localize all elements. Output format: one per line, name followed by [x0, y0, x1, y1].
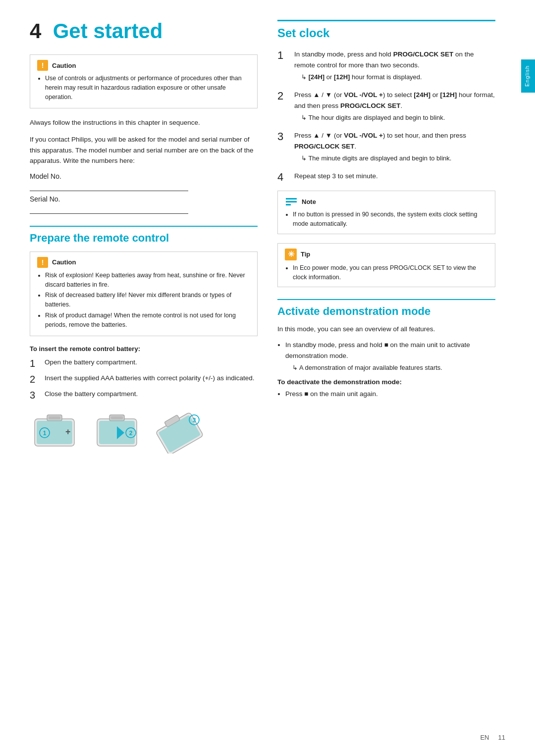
chapter-name: Get started — [53, 19, 163, 43]
demo-list: In standby mode, press and hold ■ on the… — [277, 340, 495, 373]
caution-icon-2: ! — [37, 257, 48, 268]
chapter-title: 4 Get started — [30, 20, 258, 43]
battery-svg-2: 2 — [92, 409, 147, 454]
step-text-2: Insert the supplied AAA batteries with c… — [45, 373, 255, 385]
tip-box: ✳ Tip In Eco power mode, you can press P… — [277, 243, 495, 288]
deactivate-item-1: Press ■ on the main unit again. — [285, 389, 495, 400]
note-line-3 — [286, 204, 291, 205]
caution-item-2-2: Risk of decreased battery life! Never mi… — [45, 291, 250, 309]
page: English 4 Get started ! Caution Use of c… — [0, 0, 535, 756]
clock-step-num-3: 3 — [277, 130, 288, 164]
chapter-number: 4 — [30, 19, 41, 43]
caution-title-1: Caution — [52, 62, 76, 69]
body-text-2: If you contact Philips, you will be aske… — [30, 134, 258, 166]
step-text-1: Open the battery compartment. — [45, 357, 137, 369]
main-content: 4 Get started ! Caution Use of controls … — [0, 0, 535, 756]
deactivate-list: Press ■ on the main unit again. — [277, 389, 495, 400]
tip-list: In Eco power mode, you can press PROG/CL… — [285, 263, 488, 282]
right-column: Set clock 1 In standby mode, press and h… — [277, 20, 510, 736]
demo-list-sub-1: A demonstration of major available featu… — [285, 363, 495, 373]
svg-rect-3 — [49, 416, 60, 419]
serial-field-line — [30, 205, 188, 214]
battery-steps-list: 1 Open the battery compartment. 2 Insert… — [30, 357, 258, 401]
clock-step-num-4: 4 — [277, 171, 288, 184]
note-list: If no button is pressed in 90 seconds, t… — [285, 210, 488, 229]
clock-step-content-4: Repeat step 3 to set minute. — [294, 171, 378, 184]
tip-title: Tip — [301, 251, 310, 258]
clock-step-2: 2 Press ▲ / ▼ (or VOL -/VOL +) to select… — [277, 90, 495, 123]
battery-subsection-label: To insert the remote control battery: — [30, 345, 258, 353]
battery-svg-3: 3 — [155, 409, 209, 454]
language-tab: English — [521, 59, 535, 93]
language-label: English — [524, 65, 530, 87]
clock-step-1: 1 In standby mode, press and hold PROG/C… — [277, 49, 495, 83]
clock-step-3: 3 Press ▲ / ▼ (or VOL -/VOL +) to set ho… — [277, 130, 495, 164]
battery-step-1: 1 Open the battery compartment. — [30, 357, 258, 369]
tip-icon: ✳ — [285, 249, 297, 260]
svg-text:+: + — [65, 427, 71, 437]
left-column: 4 Get started ! Caution Use of controls … — [30, 20, 258, 736]
deactivate-label: To deactivate the demonstration mode: — [277, 378, 495, 386]
serial-field-wrap: Serial No. — [30, 195, 258, 214]
note-line-2 — [286, 201, 297, 202]
clock-step-num-2: 2 — [277, 90, 288, 123]
step-num-2: 2 — [30, 373, 40, 385]
note-box: Note If no button is pressed in 90 secon… — [277, 191, 495, 234]
clock-step-content-3: Press ▲ / ▼ (or VOL -/VOL +) to set hour… — [294, 130, 495, 164]
svg-rect-10 — [111, 416, 123, 419]
caution-item-2-3: Risk of product damage! When the remote … — [45, 311, 250, 330]
body-text-1: Always follow the instructions in this c… — [30, 117, 258, 128]
serial-label: Serial No. — [30, 195, 60, 203]
model-field-wrap: Model No. — [30, 172, 258, 191]
clock-step-text-2: Press ▲ / ▼ (or VOL -/VOL +) to select [… — [294, 91, 495, 109]
prepare-section-title: Prepare the remote control — [30, 226, 258, 245]
caution-list-2: Risk of explosion! Keep batteries away f… — [37, 271, 250, 330]
demo-body-text: In this mode, you can see an overview of… — [277, 324, 495, 335]
battery-diagram: 1 + 2 — [30, 409, 258, 454]
note-header: Note — [285, 196, 488, 207]
clock-step-text-3: Press ▲ / ▼ (or VOL -/VOL +) to set hour… — [294, 132, 466, 150]
caution-item-1-1: Use of controls or adjustments or perfor… — [45, 74, 250, 101]
battery-step-3: 3 Close the battery compartment. — [30, 389, 258, 401]
note-item-1: If no button is pressed in 90 seconds, t… — [293, 210, 488, 229]
caution-title-2: Caution — [52, 258, 76, 266]
battery-svg-1: 1 + — [30, 409, 84, 454]
footer-lang: EN — [480, 734, 489, 741]
battery-step-2: 2 Insert the supplied AAA batteries with… — [30, 373, 258, 385]
step-num-3: 3 — [30, 389, 40, 401]
tip-header: ✳ Tip — [285, 249, 488, 260]
caution-box-2: ! Caution Risk of explosion! Keep batter… — [30, 252, 258, 337]
caution-list-1: Use of controls or adjustments or perfor… — [37, 74, 250, 101]
caution-item-2-1: Risk of explosion! Keep batteries away f… — [45, 271, 250, 290]
clock-step-sub-1: [24H] or [12H] hour format is displayed. — [294, 72, 495, 83]
svg-text:1: 1 — [43, 430, 47, 437]
step-num-1: 1 — [30, 357, 40, 369]
tip-item-1: In Eco power mode, you can press PROG/CL… — [293, 263, 488, 282]
svg-text:2: 2 — [129, 430, 133, 437]
clock-step-content-2: Press ▲ / ▼ (or VOL -/VOL +) to select [… — [294, 90, 495, 123]
set-clock-title: Set clock — [277, 20, 495, 40]
model-label: Model No. — [30, 172, 61, 180]
clock-step-sub-3: The minute digits are displayed and begi… — [294, 153, 495, 164]
clock-step-4: 4 Repeat step 3 to set minute. — [277, 171, 495, 184]
note-lines-icon — [286, 198, 297, 205]
step-text-3: Close the battery compartment. — [45, 389, 138, 401]
clock-step-text-1: In standby mode, press and hold PROG/CLO… — [294, 50, 474, 69]
caution-header-2: ! Caution — [37, 257, 250, 268]
note-title: Note — [302, 198, 316, 205]
model-field-line — [30, 182, 188, 191]
footer-page: 11 — [498, 734, 505, 741]
caution-header-1: ! Caution — [37, 60, 250, 71]
svg-text:3: 3 — [193, 417, 196, 424]
demo-section-title: Activate demonstration mode — [277, 299, 495, 318]
set-clock-steps-list: 1 In standby mode, press and hold PROG/C… — [277, 49, 495, 184]
caution-icon-1: ! — [37, 60, 48, 71]
clock-step-text-4: Repeat step 3 to set minute. — [294, 172, 378, 180]
clock-step-sub-2: The hour digits are displayed and begin … — [294, 113, 495, 123]
note-icon — [285, 196, 298, 207]
clock-step-num-1: 1 — [277, 49, 288, 83]
note-line-1 — [286, 198, 297, 200]
page-footer: EN 11 — [480, 734, 505, 741]
clock-step-content-1: In standby mode, press and hold PROG/CLO… — [294, 49, 495, 83]
demo-list-item-1: In standby mode, press and hold ■ on the… — [285, 340, 495, 373]
